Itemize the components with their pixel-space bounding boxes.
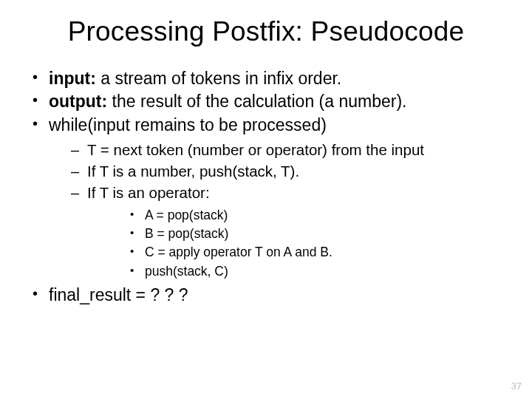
list-item: while(input remains to be processed) T =… — [30, 115, 502, 280]
list-item: input: a stream of tokens in infix order… — [30, 68, 502, 89]
label-text: If T is a number, push(stack, T). — [87, 163, 299, 180]
slide: Processing Postfix: Pseudocode input: a … — [0, 0, 532, 399]
list-item: If T is an operator: A = pop(stack) B = … — [49, 183, 502, 280]
label-text: push(stack, C) — [145, 264, 228, 279]
label-text: while(input remains to be processed) — [49, 115, 327, 134]
slide-title: Processing Postfix: Pseudocode — [30, 16, 502, 47]
list-item: final_result = ? ? ? — [30, 284, 502, 306]
label-text: A = pop(stack) — [145, 208, 228, 222]
list-item: B = pop(stack) — [87, 225, 502, 242]
label-text: T = next token (number or operator) from… — [87, 141, 424, 158]
bullet-list-level-3: A = pop(stack) B = pop(stack) C = apply … — [87, 207, 502, 279]
list-item: T = next token (number or operator) from… — [49, 140, 502, 160]
list-item: A = pop(stack) — [87, 207, 502, 224]
list-item: output: the result of the calculation (a… — [30, 91, 502, 112]
label-bold: output: — [49, 92, 107, 111]
page-number: 37 — [511, 381, 522, 392]
bullet-list-level-2: T = next token (number or operator) from… — [49, 140, 502, 279]
label-text: B = pop(stack) — [145, 226, 228, 241]
bullet-list-level-1: input: a stream of tokens in infix order… — [30, 68, 502, 306]
label-text: C = apply operator T on A and B. — [145, 245, 332, 259]
label-text: a stream of tokens in infix order. — [96, 69, 341, 88]
list-item: C = apply operator T on A and B. — [87, 244, 502, 261]
list-item: push(stack, C) — [87, 263, 502, 280]
list-item: If T is a number, push(stack, T). — [49, 162, 502, 182]
label-text: If T is an operator: — [87, 184, 210, 201]
label-text: final_result = ? ? ? — [49, 285, 188, 304]
label-text: the result of the calculation (a number)… — [107, 92, 406, 111]
label-bold: input: — [49, 69, 96, 88]
